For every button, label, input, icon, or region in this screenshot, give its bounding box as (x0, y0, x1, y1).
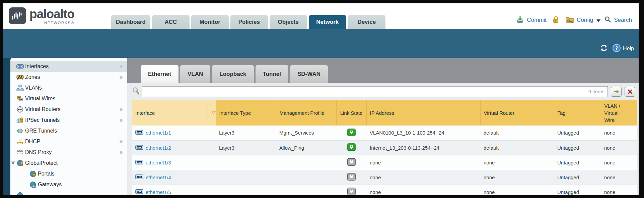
tab-ethernet[interactable]: Ethernet (141, 65, 178, 83)
sidebar-item-dns-proxy[interactable]: DNSDNS Proxy (10, 147, 127, 158)
refresh-icon[interactable] (599, 44, 608, 53)
tab-dashboard[interactable]: Dashboard (111, 15, 150, 29)
sidebar-item-vlans[interactable]: VLANs (10, 83, 127, 93)
filter-search-icon (132, 87, 140, 96)
help-label[interactable]: Help (623, 46, 634, 52)
management-profile-cell (276, 155, 336, 170)
table-body: ethernet1/1Layer3Mgmt_ServicesVLAN0100_L… (132, 126, 637, 195)
sidebar-item-label: GlobalProtect (25, 160, 58, 166)
vlan-wire-cell: none (601, 126, 637, 140)
sidebar-item-zones[interactable]: Zones (10, 72, 127, 83)
sidebar-item-label: Zones (25, 74, 40, 80)
ethernet-interface-icon (135, 175, 143, 180)
ipsec-tunnels-icon (16, 116, 24, 124)
tag-cell: Untagged (554, 126, 601, 140)
status-dot (120, 151, 123, 154)
search-icon[interactable] (604, 16, 611, 24)
table-row: ethernet1/2Layer3Allow_PingInternet_L3_2… (132, 140, 637, 155)
table-row: ethernet1/1Layer3Mgmt_ServicesVLAN0100_L… (132, 126, 637, 140)
tab-vlan[interactable]: VLAN (180, 65, 210, 83)
tab-acc[interactable]: ACC (152, 15, 190, 29)
column-sort-dropdown[interactable] (208, 100, 216, 126)
svg-text:?: ? (615, 45, 618, 51)
sidebar-item-portals[interactable]: Portals (10, 168, 127, 179)
status-dot (120, 140, 123, 143)
ip-address-cell: none (366, 170, 480, 185)
tab-monitor[interactable]: Monitor (191, 15, 229, 29)
column-header-tag[interactable]: Tag (554, 100, 601, 126)
interface-link[interactable]: ethernet1/5 (146, 189, 171, 195)
search-button[interactable]: Search (614, 17, 632, 23)
link-state-down-icon (347, 191, 356, 195)
column-header-ip-address[interactable]: IP Address (366, 100, 480, 126)
sidebar-item-label: Gateways (38, 182, 62, 188)
sidebar-item-ipsec-tunnels[interactable]: IPSec Tunnels (10, 115, 127, 126)
commit-button[interactable]: Commit (527, 17, 547, 23)
interface-cell-content: ethernet1/1 (135, 130, 212, 136)
tab-objects[interactable]: Objects (270, 15, 307, 29)
screenshot-frame: paloalto NETWORKS® DashboardACCMonitorPo… (0, 0, 644, 198)
table-row: ethernet1/4nonenoneUntaggednone (132, 170, 637, 185)
column-header-virtual-router[interactable]: Virtual Router (480, 100, 554, 126)
config-button[interactable]: Config (577, 17, 593, 23)
status-dot (120, 119, 123, 122)
clear-filter-button[interactable] (625, 87, 635, 97)
ip-address-cell: Internet_L3_203-0-113-254--24 (366, 140, 480, 155)
interface-link[interactable]: ethernet1/2 (146, 145, 171, 151)
tag-cell: Untagged (554, 185, 601, 195)
virtual-routers-icon (16, 106, 24, 113)
tab-policies[interactable]: Policies (230, 15, 268, 29)
vlan-wire-cell: none (601, 185, 637, 195)
interfaces-table-wrap: InterfaceInterface TypeManagement Profil… (132, 100, 637, 195)
vlan-wire-cell: none (601, 170, 637, 185)
sidebar-item-virtual-wires[interactable]: Virtual Wires (10, 93, 127, 104)
apply-filter-button[interactable] (611, 87, 622, 97)
interface-link[interactable]: ethernet1/1 (146, 130, 171, 136)
tab-sd-wan[interactable]: SD-WAN (290, 65, 328, 83)
column-header-management-profile[interactable]: Management Profile (276, 100, 336, 126)
config-caret-down-icon[interactable] (596, 19, 600, 22)
tab-loopback[interactable]: Loopback (212, 65, 254, 83)
interface-type-cell: Layer3 (216, 140, 276, 155)
ethernet-interface-icon (135, 160, 143, 165)
tab-tunnel[interactable]: Tunnel (256, 65, 288, 83)
config-icon[interactable] (565, 16, 574, 24)
interface-link[interactable]: ethernet1/3 (146, 160, 171, 165)
ethernet-panel: 9 items (127, 83, 639, 195)
header-actions: Commit Config (516, 15, 632, 25)
status-dot (120, 76, 123, 79)
lock-icon[interactable] (553, 16, 559, 24)
main-area: EthernetVLANLoopbackTunnelSD-WAN (127, 58, 639, 195)
paloalto-logo-text: paloalto NETWORKS® (29, 7, 74, 25)
column-header-link-state[interactable]: Link State (336, 100, 366, 126)
help-icon[interactable]: ? (612, 44, 621, 54)
commit-icon[interactable] (516, 15, 524, 25)
portals-icon (29, 170, 37, 178)
ip-address-cell: none (366, 185, 480, 195)
filter-input[interactable] (142, 86, 608, 97)
sidebar-item-label: Portals (38, 171, 55, 177)
sidebar-item-interfaces[interactable]: Interfaces (10, 61, 127, 72)
globalprotect-icon (16, 159, 24, 167)
tab-network[interactable]: Network (309, 15, 346, 29)
expand-caret-down-icon[interactable] (10, 160, 16, 166)
interface-cell: ethernet1/4 (132, 170, 216, 185)
sidebar-item-virtual-routers[interactable]: Virtual Routers (10, 104, 127, 115)
sidebar-item-gre-tunnels[interactable]: GRE Tunnels (10, 126, 127, 136)
virtual-router-cell: default (480, 140, 554, 155)
filter-input-wrap: 9 items (142, 86, 608, 97)
sidebar-item-dhcp[interactable]: IPDHCP (10, 136, 127, 147)
status-dot (120, 65, 123, 68)
tag-cell: Untagged (554, 140, 601, 155)
column-header-vlan-virtual[interactable]: VLAN / Virtual Wire (601, 100, 637, 126)
tab-device[interactable]: Device (348, 15, 385, 29)
sidebar-item-gateways[interactable]: Gateways (10, 179, 127, 190)
column-header-interface-type[interactable]: Interface Type (216, 100, 276, 126)
primary-nav-tabs: DashboardACCMonitorPoliciesObjectsNetwor… (111, 15, 387, 29)
interface-link[interactable]: ethernet1/4 (146, 175, 171, 180)
sidebar-item-globalprotect[interactable]: GlobalProtect (10, 158, 127, 168)
dns-proxy-icon: DNS (16, 149, 24, 156)
green-arrow-icon (613, 89, 619, 94)
items-count: 9 items (588, 89, 604, 94)
column-header-interface[interactable]: Interface (132, 100, 208, 126)
